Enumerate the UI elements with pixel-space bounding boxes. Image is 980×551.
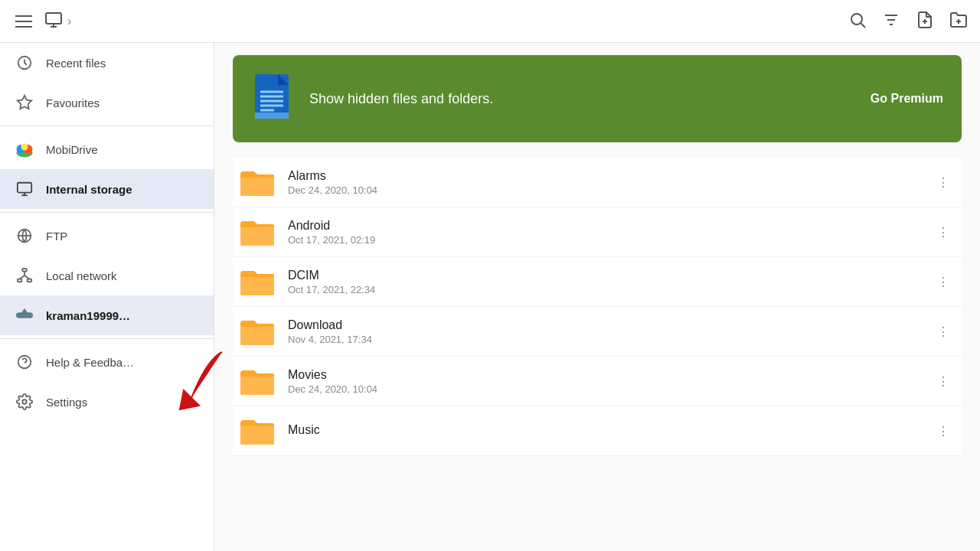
sidebar-item-label: Favourites [46,96,100,109]
svg-rect-25 [28,279,31,282]
monitor-icon [44,11,63,32]
premium-banner: Show hidden files and folders. Go Premiu… [233,55,962,142]
topbar-left: › [12,11,848,32]
svg-point-31 [22,399,27,404]
file-name: Android [288,219,931,233]
file-info: Movies Dec 24, 2020, 10:04 [288,368,931,395]
breadcrumb-chevron: › [67,15,71,28]
svg-rect-18 [18,183,31,193]
svg-line-27 [20,276,24,279]
file-more-button[interactable]: ⋮ [931,169,956,196]
file-item-android[interactable]: Android Oct 17, 2021, 02:19 ⋮ [233,207,962,257]
file-info: Android Oct 17, 2021, 02:19 [288,219,931,246]
sidebar-item-recent-files[interactable]: Recent files [0,43,214,83]
file-item-alarms[interactable]: Alarms Dec 24, 2020, 10:04 ⋮ [233,158,962,207]
file-item-dcim[interactable]: DCIM Oct 17, 2021, 22:34 ⋮ [233,257,962,307]
sidebar-divider-2 [0,212,214,213]
folder-icon [239,316,276,347]
folder-icon [239,416,276,446]
sidebar-item-favourites[interactable]: Favourites [0,83,214,122]
file-more-button[interactable]: ⋮ [931,219,956,246]
sidebar-item-label: Help & Feedba… [46,356,134,369]
sidebar-item-label: kraman19999… [46,309,130,322]
sidebar-item-help[interactable]: Help & Feedba… [0,342,214,382]
sidebar-divider-3 [0,338,214,339]
folder-icon [239,217,276,247]
folder-icon [239,167,276,197]
search-button[interactable] [848,11,867,32]
file-list: Alarms Dec 24, 2020, 10:04 ⋮ Android Oct… [233,158,962,456]
sidebar-item-label: Settings [46,396,87,409]
star-icon [15,93,34,112]
folder-icon [239,366,276,396]
svg-line-28 [24,276,29,279]
main: Recent files Favourites MobiDriv [0,43,980,551]
monitor-icon [15,180,34,198]
banner-text: Show hidden files and folders. [309,91,858,107]
file-more-button[interactable]: ⋮ [931,318,956,345]
sidebar-item-kraman[interactable]: kraman19999… [0,295,214,335]
new-file-button[interactable] [916,11,934,32]
sidebar: Recent files Favourites MobiDriv [0,43,214,551]
sidebar-item-ftp[interactable]: FTP [0,216,214,256]
filter-button[interactable] [882,11,900,32]
file-item-music[interactable]: Music ⋮ [233,406,962,456]
go-premium-button[interactable]: Go Premium [871,92,943,106]
banner-doc-icon [251,70,297,127]
file-name: Download [288,318,931,332]
topbar-actions [848,11,968,32]
clock-icon [15,54,34,72]
file-name: Alarms [288,169,931,183]
network-icon [15,266,34,285]
topbar: › [0,0,980,43]
file-date: Dec 24, 2020, 10:04 [288,383,931,395]
svg-rect-23 [22,269,27,272]
sidebar-item-local-network[interactable]: Local network [0,256,214,295]
file-date: Oct 17, 2021, 22:34 [288,284,931,295]
file-date: Dec 24, 2020, 10:04 [288,184,931,196]
menu-button[interactable] [12,12,35,31]
help-icon [15,353,34,371]
sidebar-divider-1 [0,126,214,126]
sidebar-item-label: FTP [46,230,67,243]
new-folder-button[interactable] [949,11,968,32]
svg-point-17 [21,144,28,151]
file-info: DCIM Oct 17, 2021, 22:34 [288,269,931,295]
sidebar-item-label: Internal storage [46,183,132,196]
sidebar-item-label: Local network [46,269,117,282]
svg-rect-39 [255,112,289,119]
svg-rect-0 [46,13,61,24]
svg-marker-13 [18,96,31,109]
folder-icon [239,266,276,297]
file-item-movies[interactable]: Movies Dec 24, 2020, 10:04 ⋮ [233,357,962,406]
svg-line-4 [861,23,866,28]
sidebar-item-settings[interactable]: Settings [0,382,214,422]
sidebar-item-label: MobiDrive [46,143,98,156]
file-item-download[interactable]: Download Nov 4, 2021, 17:34 ⋮ [233,307,962,357]
file-date: Oct 17, 2021, 02:19 [288,234,931,246]
file-name: DCIM [288,269,931,282]
svg-rect-24 [18,279,22,282]
globe-icon [15,227,34,245]
file-name: Movies [288,368,931,382]
file-more-button[interactable]: ⋮ [931,368,956,395]
mobidrive-icon [15,140,34,158]
file-more-button[interactable]: ⋮ [931,269,956,295]
svg-point-3 [851,14,862,24]
breadcrumb: › [44,11,71,32]
cloud-drive-icon [15,306,34,324]
sidebar-item-label: Recent files [46,57,106,70]
file-info: Download Nov 4, 2021, 17:34 [288,318,931,345]
file-more-button[interactable]: ⋮ [931,418,956,445]
file-info: Music [288,423,931,439]
content-area: Show hidden files and folders. Go Premiu… [214,43,980,551]
gear-icon [15,393,34,411]
sidebar-item-internal-storage[interactable]: Internal storage [0,169,214,209]
file-info: Alarms Dec 24, 2020, 10:04 [288,169,931,196]
file-date: Nov 4, 2021, 17:34 [288,334,931,345]
sidebar-item-mobidrive[interactable]: MobiDrive [0,129,214,169]
file-name: Music [288,423,931,437]
